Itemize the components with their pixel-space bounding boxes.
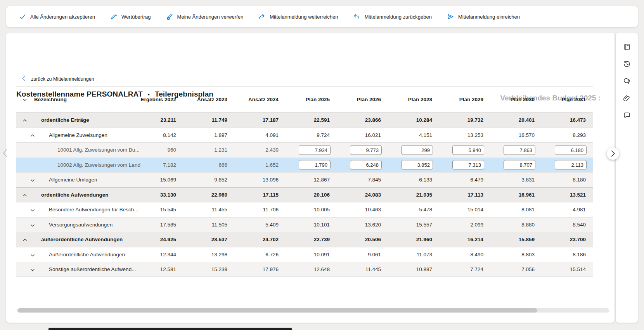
value-cell: 8.540 (539, 218, 586, 232)
column-header[interactable]: Plan 2026 (331, 86, 381, 112)
value-cell: 5.409 (232, 218, 279, 232)
attachment-icon[interactable] (623, 94, 631, 102)
table-row[interactable]: 10002 Allg. Zuweisungen vom Land7.182666… (16, 157, 593, 173)
column-header[interactable]: Ergebnis 2022 (126, 86, 176, 112)
chevron-down-icon[interactable] (30, 223, 35, 228)
plan-value-input[interactable] (299, 145, 331, 155)
pencil-prohibited-icon (166, 13, 173, 21)
value-cell: 10.887 (386, 262, 432, 276)
column-header[interactable]: Plan 2028 (382, 86, 432, 112)
value-cell: 15.859 (488, 232, 535, 247)
value-cell: 16.473 (539, 113, 586, 128)
notebook-icon[interactable] (623, 43, 631, 51)
chevron-down-icon[interactable] (30, 208, 35, 213)
discard-my-changes-button[interactable]: Meine Änderungen verwerfen (166, 13, 244, 21)
chevron-down-icon[interactable] (23, 97, 27, 102)
scroll-right-button[interactable] (607, 147, 619, 160)
plan-value-input[interactable] (504, 145, 535, 155)
chevron-up-icon[interactable] (23, 193, 27, 198)
column-header[interactable]: Plan 2025 (279, 86, 330, 112)
toolbar-button-label: Mittelanmeldung zurückgeben (364, 14, 431, 20)
back-link[interactable]: zurück zu Mittelanmeldungen (22, 75, 94, 83)
row-label: Besondere Aufwendungen für Besch... (49, 202, 138, 217)
scroll-left-arrow[interactable] (2, 149, 9, 158)
horizontal-scrollbar-thumb[interactable] (17, 308, 537, 313)
chevron-down-icon[interactable] (30, 268, 35, 272)
chevron-down-icon[interactable] (30, 253, 35, 257)
value-cell: 13.298 (181, 247, 227, 262)
check-icon (19, 13, 26, 21)
accept-all-changes-button[interactable]: Alle Änderungen akzeptieren (19, 13, 95, 21)
value-cell: 13.521 (539, 188, 586, 202)
plan-value-input[interactable] (555, 160, 587, 170)
value-cell: 2.099 (437, 218, 483, 232)
plan-value-input[interactable] (350, 160, 382, 170)
value-cell: 1.231 (181, 143, 227, 157)
table-row[interactable]: Allgemeine Zuweisungen8.1421.8974.0919.7… (16, 128, 593, 143)
side-icon-rail (616, 33, 638, 323)
value-cell: 17.976 (232, 262, 279, 276)
value-cell: 12.581 (130, 262, 176, 276)
value-cell: 16.021 (334, 128, 381, 143)
forward-mittelanmeldung-button[interactable]: Mittelanmeldung weiterreichen (258, 13, 338, 21)
history-icon[interactable] (623, 60, 631, 68)
value-cell: 15.069 (130, 173, 176, 187)
value-cell: 28.537 (181, 232, 227, 247)
plan-value-input[interactable] (452, 145, 484, 155)
submit-mittelanmeldung-button[interactable]: Mittelanmeldung einreichen (447, 13, 520, 21)
chevron-left-icon (22, 75, 26, 83)
row-label: ordentliche Aufwendungen (41, 188, 109, 202)
chevron-up-icon[interactable] (30, 133, 35, 138)
undo-arrow-icon (353, 13, 360, 21)
value-cell: 8.180 (539, 173, 586, 187)
column-header[interactable]: Plan 2029 (433, 86, 483, 112)
value-cell: 7.845 (334, 173, 381, 187)
value-cell: 666 (181, 158, 227, 173)
table-row[interactable]: Besondere Aufwendungen für Besch...15.54… (16, 202, 593, 217)
value-cell: 17.187 (232, 113, 279, 128)
magic-pencil-icon (110, 13, 118, 21)
value-cell: 21.035 (386, 188, 432, 202)
value-cell: 5.478 (386, 202, 432, 217)
value-cell: 15.557 (386, 218, 432, 232)
table-row[interactable]: Sonstige außerordentliche Aufwend...12.5… (16, 262, 593, 277)
table-row[interactable]: außerordentliche Aufwendungen24.92528.53… (16, 232, 593, 247)
column-header-bezeichnung[interactable]: Bezeichnung (34, 86, 67, 112)
plan-value-input[interactable] (299, 160, 331, 170)
table-row[interactable]: Versorgungsaufwendungen17.58511.5055.409… (16, 217, 593, 232)
table-row[interactable]: ordentliche Aufwendungen33.13022.96017.1… (16, 187, 593, 202)
table-row[interactable]: ordentliche Erträge23.21111.74917.18722.… (16, 112, 593, 128)
value-cell: 12.867 (283, 173, 330, 187)
plan-value-input[interactable] (555, 145, 587, 155)
column-header[interactable]: Ansatz 2024 (228, 86, 279, 112)
value-cell: 22.960 (181, 188, 227, 202)
table-row[interactable]: 10001 Allg. Zuweisungen vom Bu...9601.23… (16, 142, 593, 157)
row-label: Allgemeine Zuweisungen (49, 128, 107, 143)
value-cell: 9.061 (334, 247, 381, 262)
chevron-up-icon[interactable] (23, 118, 27, 123)
return-mittelanmeldung-button[interactable]: Mittelanmeldung zurückgeben (353, 13, 431, 21)
plan-value-input[interactable] (401, 160, 433, 170)
chevron-up-icon[interactable] (23, 238, 27, 242)
column-header[interactable]: Plan 2031 (535, 86, 586, 112)
plan-value-input[interactable] (401, 145, 433, 155)
column-header[interactable]: Plan 2030 (484, 86, 535, 112)
value-cell: 8.142 (130, 128, 176, 143)
comment-icon[interactable] (623, 111, 631, 119)
row-label: Sonstige außerordentliche Aufwend... (49, 262, 136, 276)
column-header[interactable]: Ansatz 2023 (177, 86, 227, 112)
table-row[interactable]: Allgemeine Umlagen15.0699.85213.09612.86… (16, 172, 593, 187)
main-panel: zurück zu Mittelanmeldungen Kostenstelle… (6, 33, 615, 323)
chevron-down-icon[interactable] (30, 178, 35, 183)
value-cell: 6.479 (437, 173, 483, 187)
value-cell: 22.591 (283, 113, 330, 128)
plan-value-input[interactable] (504, 160, 535, 170)
value-cell: 33.130 (130, 188, 176, 202)
plan-value-input[interactable] (452, 160, 484, 170)
wertuebertrag-button[interactable]: Wertübertrag (110, 13, 151, 21)
table-row[interactable]: Außerordentliche Aufwendungen12.34413.29… (16, 247, 593, 262)
plan-value-input[interactable] (350, 145, 382, 155)
horizontal-scrollbar[interactable] (17, 308, 609, 313)
chat-icon[interactable] (623, 77, 631, 85)
row-label: 10001 Allg. Zuweisungen vom Bu... (57, 143, 140, 157)
